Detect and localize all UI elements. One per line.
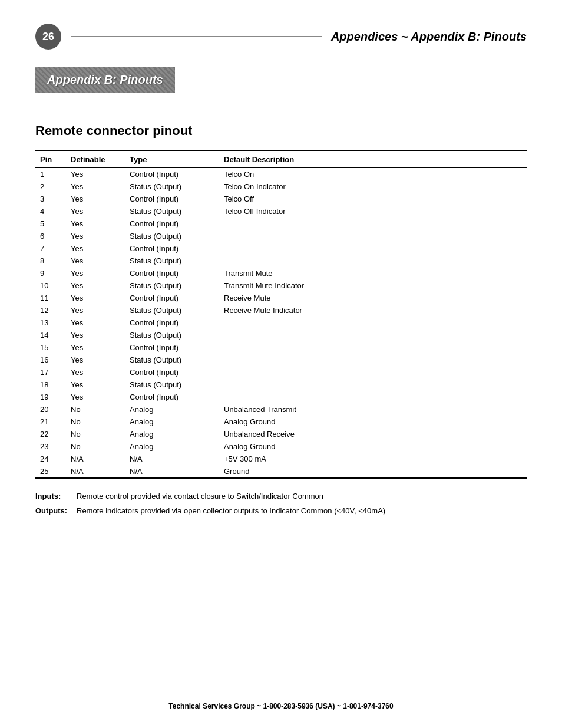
cell-description: Telco Off Indicator (224, 205, 527, 218)
table-row: 24N/AN/A+5V 300 mA (35, 453, 527, 465)
cell-definable: Yes (71, 255, 130, 267)
cell-definable: Yes (71, 279, 130, 292)
section-banner: Appendix B: Pinouts (35, 67, 175, 93)
cell-type: Control (Input) (130, 168, 224, 181)
cell-definable: Yes (71, 366, 130, 378)
cell-description (224, 230, 527, 242)
cell-type: Analog (130, 416, 224, 428)
table-row: 20NoAnalogUnbalanced Transmit (35, 403, 527, 416)
cell-type: Control (Input) (130, 193, 224, 205)
header-divider (71, 36, 322, 37)
cell-description (224, 354, 527, 366)
cell-pin: 20 (35, 403, 71, 416)
cell-pin: 6 (35, 230, 71, 242)
cell-description: Analog Ground (224, 440, 527, 453)
table-row: 7YesControl (Input) (35, 242, 527, 255)
footer-text: Technical Services Group ~ 1-800-283-593… (168, 702, 393, 710)
table-row: 14YesStatus (Output) (35, 329, 527, 341)
col-header-description: Default Description (224, 151, 527, 168)
cell-type: Control (Input) (130, 292, 224, 304)
table-row: 19YesControl (Input) (35, 391, 527, 403)
outputs-note: Outputs: Remote indicators provided via … (35, 505, 527, 518)
cell-pin: 13 (35, 317, 71, 329)
cell-pin: 12 (35, 304, 71, 317)
cell-type: Status (Output) (130, 230, 224, 242)
table-row: 10YesStatus (Output)Transmit Mute Indica… (35, 279, 527, 292)
cell-definable: Yes (71, 378, 130, 391)
table-row: 23NoAnalogAnalog Ground (35, 440, 527, 453)
cell-pin: 5 (35, 218, 71, 230)
cell-pin: 14 (35, 329, 71, 341)
outputs-label: Outputs: (35, 505, 77, 518)
cell-description (224, 317, 527, 329)
cell-description (224, 391, 527, 403)
cell-type: Control (Input) (130, 218, 224, 230)
table-row: 18YesStatus (Output) (35, 378, 527, 391)
header-title: Appendices ~ Appendix B: Pinouts (331, 30, 527, 44)
cell-definable: Yes (71, 292, 130, 304)
cell-type: Analog (130, 440, 224, 453)
cell-description (224, 329, 527, 341)
table-row: 9YesControl (Input)Transmit Mute (35, 267, 527, 279)
cell-definable: Yes (71, 230, 130, 242)
table-header: Pin Definable Type Default Description (35, 151, 527, 168)
table-row: 13YesControl (Input) (35, 317, 527, 329)
table-row: 3YesControl (Input)Telco Off (35, 193, 527, 205)
section-banner-wrapper: Appendix B: Pinouts (35, 67, 527, 109)
cell-pin: 21 (35, 416, 71, 428)
cell-definable: No (71, 428, 130, 440)
cell-pin: 11 (35, 292, 71, 304)
cell-type: Control (Input) (130, 242, 224, 255)
cell-type: Analog (130, 428, 224, 440)
section-banner-text: Appendix B: Pinouts (47, 73, 163, 86)
inputs-label: Inputs: (35, 490, 77, 503)
cell-description: Transmit Mute Indicator (224, 279, 527, 292)
col-header-type: Type (130, 151, 224, 168)
table-row: 2YesStatus (Output)Telco On Indicator (35, 180, 527, 193)
cell-definable: Yes (71, 267, 130, 279)
cell-definable: Yes (71, 391, 130, 403)
cell-description (224, 341, 527, 354)
page-footer: Technical Services Group ~ 1-800-283-593… (0, 696, 562, 710)
section-subtitle: Remote connector pinout (35, 123, 527, 139)
inputs-note: Inputs: Remote control provided via cont… (35, 490, 527, 503)
cell-pin: 1 (35, 168, 71, 181)
cell-definable: Yes (71, 205, 130, 218)
cell-type: Control (Input) (130, 391, 224, 403)
table-row: 21NoAnalogAnalog Ground (35, 416, 527, 428)
cell-pin: 23 (35, 440, 71, 453)
table-row: 25N/AN/AGround (35, 465, 527, 478)
cell-pin: 19 (35, 391, 71, 403)
cell-description (224, 378, 527, 391)
cell-description: Receive Mute Indicator (224, 304, 527, 317)
cell-definable: No (71, 416, 130, 428)
col-header-pin: Pin (35, 151, 71, 168)
cell-type: Status (Output) (130, 329, 224, 341)
table-row: 8YesStatus (Output) (35, 255, 527, 267)
table-row: 11YesControl (Input)Receive Mute (35, 292, 527, 304)
page-container: 26 Appendices ~ Appendix B: Pinouts Appe… (0, 0, 562, 728)
cell-pin: 10 (35, 279, 71, 292)
cell-pin: 4 (35, 205, 71, 218)
table-body: 1YesControl (Input)Telco On2YesStatus (O… (35, 168, 527, 479)
cell-pin: 2 (35, 180, 71, 193)
cell-pin: 8 (35, 255, 71, 267)
cell-type: Status (Output) (130, 205, 224, 218)
table-row: 5YesControl (Input) (35, 218, 527, 230)
cell-definable: Yes (71, 168, 130, 181)
notes-section: Inputs: Remote control provided via cont… (35, 490, 527, 518)
cell-pin: 25 (35, 465, 71, 478)
cell-definable: Yes (71, 317, 130, 329)
cell-definable: No (71, 440, 130, 453)
cell-definable: Yes (71, 304, 130, 317)
table-row: 6YesStatus (Output) (35, 230, 527, 242)
cell-description: Receive Mute (224, 292, 527, 304)
cell-type: Control (Input) (130, 341, 224, 354)
cell-pin: 9 (35, 267, 71, 279)
cell-pin: 15 (35, 341, 71, 354)
cell-pin: 16 (35, 354, 71, 366)
table-row: 1YesControl (Input)Telco On (35, 168, 527, 181)
cell-description (224, 366, 527, 378)
cell-type: Status (Output) (130, 304, 224, 317)
cell-definable: Yes (71, 329, 130, 341)
